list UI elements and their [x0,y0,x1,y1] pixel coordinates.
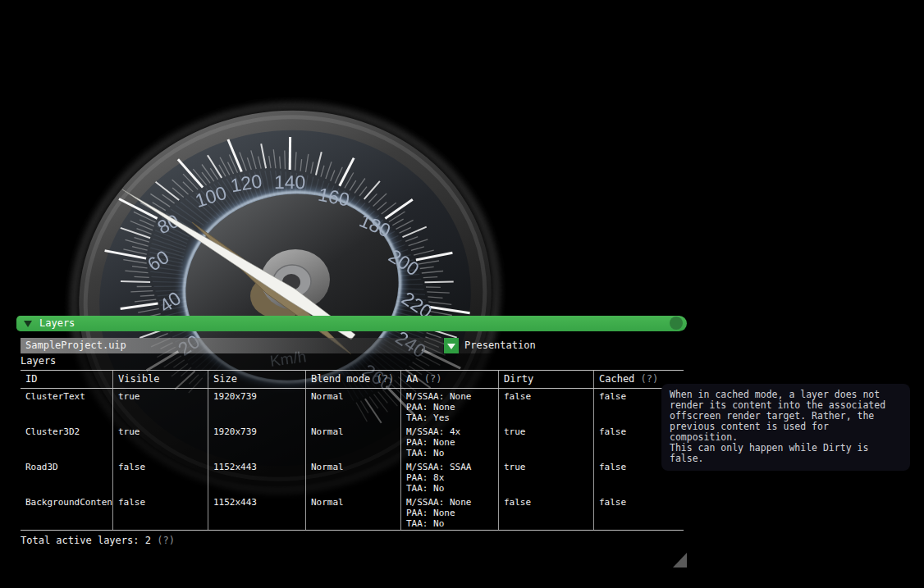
cell-visible: true [112,389,208,424]
col-header-size: Size [208,371,305,388]
cell-id: Cluster3D2 [21,424,112,459]
cell-blend: Normal [305,424,400,459]
table-row: Cluster3D2 true 1920x739 Normal M/SSAA: … [21,424,684,459]
cached-help-hint[interactable]: (?) [641,373,659,385]
cell-blend: Normal [305,459,400,495]
blend-mode-help-hint[interactable]: (?) [376,373,394,385]
col-header-blend-mode: Blend mode (?) [305,371,400,388]
screen: 20406080100120140160180200220240260 Km/h… [0,0,924,588]
aa-help-hint[interactable]: (?) [424,373,442,385]
cell-size: 1920x739 [208,389,305,424]
cell-blend: Normal [305,495,400,530]
cell-dirty: false [498,389,593,424]
drag-knob[interactable] [670,317,683,330]
cell-size: 1920x739 [208,424,305,459]
cell-id: BackgroundContent [21,495,112,530]
table-row: ClusterText true 1920x739 Normal M/SSAA:… [21,389,684,424]
col-header-dirty: Dirty [498,371,593,388]
layers-panel-body: Layers ID Visible Size Blend mode (?) AA… [16,353,687,567]
cell-size: 1152x443 [208,459,305,495]
cell-id: ClusterText [21,389,112,424]
cell-dirty: true [498,459,593,495]
gauge-number: 140 [274,171,305,193]
table-header-row: ID Visible Size Blend mode (?) AA (?) Di… [21,371,684,389]
cell-cached: false [593,495,684,530]
cell-aa: M/SSAA: NonePAA: NoneTAA: No [400,495,498,530]
cell-aa: M/SSAA: 4xPAA: NoneTAA: No [400,424,498,459]
cell-aa: M/SSAA: NonePAA: NoneTAA: Yes [400,389,498,424]
presentation-label: Presentation [464,338,536,353]
cell-size: 1152x443 [208,495,305,530]
cell-id: Road3D [21,459,112,495]
panel-title: Layers [39,316,75,331]
cell-dirty: false [498,495,593,530]
col-header-id: ID [21,371,112,388]
section-label: Layers [21,355,56,367]
presentation-dropdown-button[interactable] [444,338,459,353]
cell-visible: false [112,459,208,495]
col-header-visible: Visible [112,371,208,388]
table-row: Road3D false 1152x443 Normal M/SSAA: SSA… [21,459,684,495]
total-layers-help-hint[interactable]: (?) [157,535,175,546]
collapse-triangle-icon [24,321,32,327]
total-active-layers: Total active layers: 2 (?) [21,535,175,546]
table-row: BackgroundContent false 1152x443 Normal … [21,495,684,530]
panel-resize-handle[interactable] [673,553,687,567]
dropdown-triangle-icon [447,344,455,349]
cell-visible: true [112,424,208,459]
cached-help-tooltip: When in cached mode, a layer does not re… [661,384,910,471]
presentation-file-field[interactable]: SampleProject.uip [21,338,443,353]
layers-panel-header[interactable]: Layers [16,316,687,331]
cell-blend: Normal [305,389,400,424]
cell-aa: M/SSAA: SSAAPAA: 8xTAA: No [400,459,498,495]
presentation-file-name: SampleProject.uip [21,338,443,353]
cell-visible: false [112,495,208,530]
active-layer-count: 2 [145,535,151,546]
col-header-aa: AA (?) [400,371,498,388]
cell-dirty: true [498,424,593,459]
layers-table: ID Visible Size Blend mode (?) AA (?) Di… [21,370,684,531]
